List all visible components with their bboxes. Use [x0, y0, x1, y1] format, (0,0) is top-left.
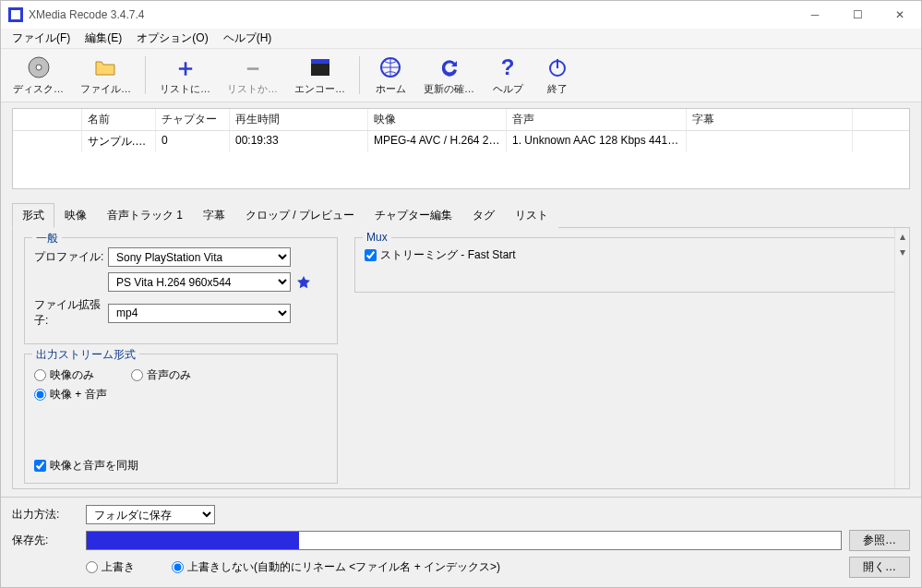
tab-list[interactable]: リスト — [505, 203, 558, 228]
col-duration[interactable]: 再生時間 — [230, 109, 368, 130]
tab-crop[interactable]: クロップ / プレビュー — [235, 203, 365, 228]
scroll-up-icon[interactable]: ▴ — [895, 228, 910, 244]
home-button[interactable]: ホーム — [365, 51, 415, 100]
file-list-header: 名前 チャプター 再生時間 映像 音声 字幕 — [13, 109, 909, 131]
toolbar: ディスク… ファイル… ＋ リストに… － リストか… エンコー… ホーム 更新… — [1, 49, 921, 102]
star-icon — [296, 275, 311, 290]
output-panel: 出力方法: フォルダに保存 保存先: 参照… 上書き 上書きしない(自動的にリネ… — [1, 497, 921, 587]
minimize-button[interactable]: ─ — [794, 1, 836, 29]
group-streams: 出力ストリーム形式 映像のみ 音声のみ 映像 + 音声 映像と音声を同期 — [24, 354, 338, 484]
radio-video-audio[interactable]: 映像 + 音声 — [34, 387, 107, 402]
streaming-checkbox[interactable]: ストリーミング - Fast Start — [365, 247, 888, 263]
col-subtitle[interactable]: 字幕 — [687, 109, 853, 130]
col-chapter[interactable]: チャプター — [156, 109, 230, 130]
menu-bar: ファイル(F) 編集(E) オプション(O) ヘルプ(H) — [1, 29, 921, 49]
svg-point-3 — [36, 65, 42, 70]
encode-button[interactable]: エンコー… — [286, 51, 353, 100]
radio-audio-only[interactable]: 音声のみ — [131, 367, 191, 383]
col-name[interactable]: 名前 — [82, 109, 156, 130]
radio-no-overwrite[interactable]: 上書きしない(自動的にリネーム <ファイル名 + インデックス>) — [172, 559, 500, 575]
remove-from-list-button[interactable]: － リストか… — [219, 51, 286, 100]
col-audio[interactable]: 音声 — [507, 109, 687, 130]
tab-tag[interactable]: タグ — [462, 203, 505, 228]
app-icon — [8, 7, 23, 22]
browse-button[interactable]: 参照… — [849, 530, 910, 551]
scroll-down-icon[interactable]: ▾ — [895, 244, 910, 259]
tab-video[interactable]: 映像 — [54, 203, 97, 228]
dest-path-field[interactable] — [86, 531, 842, 550]
group-general: 一般 プロファイル: Sony PlayStation Vita PS Vita… — [24, 237, 338, 344]
preset-select[interactable]: PS Vita H.264 960x544 — [108, 272, 291, 292]
tab-chapter[interactable]: チャプター編集 — [365, 203, 462, 228]
profile-label: プロファイル: — [34, 249, 108, 265]
ext-select[interactable]: mp4 — [108, 304, 291, 323]
open-disc-button[interactable]: ディスク… — [5, 51, 72, 100]
menu-edit[interactable]: 編集(E) — [78, 29, 129, 48]
clapper-icon — [307, 54, 333, 80]
svg-rect-4 — [311, 63, 329, 76]
open-folder-button[interactable]: 開く… — [849, 557, 910, 578]
disc-icon — [26, 54, 52, 80]
check-updates-button[interactable]: 更新の確… — [415, 51, 483, 100]
file-list: 名前 チャプター 再生時間 映像 音声 字幕 サンプル.mp4 0 00:19:… — [12, 108, 910, 189]
help-button[interactable]: ? ヘルプ — [483, 51, 533, 100]
radio-overwrite[interactable]: 上書き — [86, 559, 135, 575]
settings-tabs: 形式 映像 音声トラック 1 字幕 クロップ / プレビュー チャプター編集 タ… — [12, 202, 910, 228]
sync-checkbox[interactable]: 映像と音声を同期 — [34, 458, 328, 474]
menu-options[interactable]: オプション(O) — [129, 29, 215, 48]
favorite-button[interactable] — [294, 273, 313, 292]
tab-sub[interactable]: 字幕 — [193, 203, 235, 228]
svg-rect-1 — [11, 10, 20, 19]
menu-file[interactable]: ファイル(F) — [5, 29, 78, 48]
ext-label: ファイル拡張子: — [34, 297, 108, 329]
dest-label: 保存先: — [12, 533, 86, 548]
col-video[interactable]: 映像 — [368, 109, 507, 130]
close-button[interactable]: ✕ — [879, 1, 921, 29]
refresh-icon — [437, 54, 462, 80]
scrollbar[interactable]: ▴ ▾ — [894, 228, 910, 488]
tab-audio1[interactable]: 音声トラック 1 — [97, 203, 193, 228]
open-file-button[interactable]: ファイル… — [72, 51, 139, 100]
folder-open-icon — [93, 54, 119, 80]
menu-help[interactable]: ヘルプ(H) — [216, 29, 280, 48]
group-mux: Mux ストリーミング - Fast Start — [354, 237, 898, 293]
plus-icon: ＋ — [173, 54, 198, 80]
radio-video-only[interactable]: 映像のみ — [34, 367, 94, 383]
table-row[interactable]: サンプル.mp4 0 00:19:33 MPEG-4 AVC / H.264 2… — [13, 131, 909, 152]
profile-select[interactable]: Sony PlayStation Vita — [108, 247, 291, 267]
window-title: XMedia Recode 3.4.7.4 — [29, 8, 144, 21]
question-icon: ? — [495, 54, 521, 80]
maximize-button[interactable]: ☐ — [836, 1, 879, 29]
tab-format[interactable]: 形式 — [12, 203, 54, 228]
title-bar: XMedia Recode 3.4.7.4 ─ ☐ ✕ — [1, 1, 921, 29]
output-method-label: 出力方法: — [12, 507, 86, 522]
minus-icon: － — [240, 54, 266, 80]
svg-rect-5 — [311, 59, 329, 64]
output-method-select[interactable]: フォルダに保存 — [86, 505, 215, 524]
add-to-list-button[interactable]: ＋ リストに… — [151, 51, 219, 100]
exit-button[interactable]: 終了 — [533, 51, 582, 100]
power-icon — [545, 54, 570, 80]
tab-body: 一般 プロファイル: Sony PlayStation Vita PS Vita… — [12, 228, 910, 489]
globe-icon — [377, 54, 403, 80]
